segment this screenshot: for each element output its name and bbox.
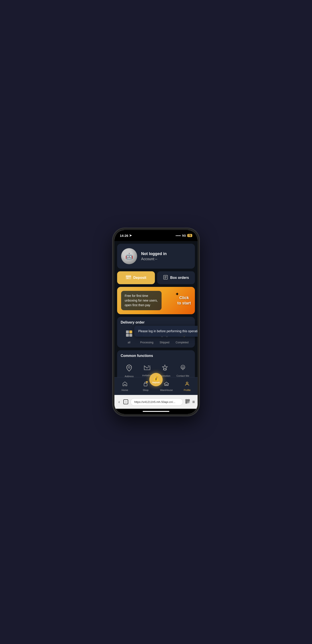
all-label: all (128, 341, 130, 344)
svg-rect-55 (188, 400, 189, 401)
avatar: 🤖 (121, 248, 137, 264)
completed-label: Completed (176, 341, 188, 344)
svg-point-29 (181, 365, 185, 369)
browser-qr-button[interactable] (185, 399, 190, 405)
nav-deposit-center[interactable]: 💰 Deposit (149, 373, 163, 386)
delivery-items: Please log in before performing this ope… (121, 328, 191, 344)
browser-bar: ‹ □ https://v41211h5.mh.50api.cn/... ≡ (114, 395, 198, 409)
tooltip-text: Please log in before performing this ope… (138, 329, 198, 333)
svg-text:%: % (164, 369, 166, 370)
promotion-icon: % (162, 364, 168, 373)
svg-rect-8 (129, 330, 132, 333)
bottom-nav: Home + Shop 💰 Deposit (114, 377, 198, 395)
nav-home-label: Home (122, 389, 128, 392)
status-indicators: ▪▪▪▪▪ 5G 73 (176, 234, 192, 237)
account-label: Account:-- (141, 257, 167, 261)
nav-warehouse-label: WareHouse (160, 389, 173, 392)
delivery-title: Delivery order (121, 320, 191, 324)
svg-text:+: + (146, 381, 147, 383)
svg-rect-57 (186, 402, 187, 403)
promo-text: Free for first time unboxing for new use… (125, 294, 158, 308)
address-icon (126, 364, 132, 373)
network-type: 5G (182, 234, 186, 237)
shop-icon: + (143, 381, 148, 388)
deposit-label: Deposit (133, 276, 146, 280)
svg-rect-46 (144, 384, 147, 386)
box-orders-icon (163, 275, 168, 281)
avatar-image: 🤖 (121, 248, 137, 264)
deposit-button[interactable]: Deposit (117, 271, 155, 284)
contact-icon (180, 364, 186, 373)
nav-shop-label: Shop (143, 389, 148, 392)
invitation-icon (144, 364, 150, 372)
profile-card[interactable]: 🤖 Not logged in Account:-- (117, 244, 195, 269)
nav-deposit-icon: 💰 (153, 376, 159, 381)
svg-rect-10 (129, 334, 132, 337)
svg-rect-58 (188, 402, 189, 402)
warehouse-icon (164, 381, 169, 388)
promo-cta: ✦ Clickto start (177, 295, 191, 306)
all-icon (124, 328, 135, 339)
browser-tabs-button[interactable]: □ (123, 400, 128, 404)
phone-frame: 14:26 ➤ ▪▪▪▪▪ 5G 73 🤖 Not logged in Acco… (113, 228, 199, 416)
login-tooltip: Please log in before performing this ope… (134, 326, 198, 337)
svg-rect-61 (189, 402, 190, 402)
nav-deposit-label: Deposit (152, 381, 160, 384)
functions-title: Common functions (121, 354, 191, 358)
notch (143, 232, 169, 239)
delivery-all[interactable]: all (124, 328, 135, 344)
login-status: Not logged in (141, 252, 167, 256)
svg-point-26 (148, 367, 149, 368)
shipped-label: Shipped (160, 341, 169, 344)
svg-point-31 (183, 366, 184, 367)
svg-rect-60 (188, 403, 189, 404)
svg-point-30 (182, 366, 183, 367)
svg-point-24 (128, 366, 130, 368)
svg-rect-9 (126, 334, 129, 337)
nav-profile-label: Profile (184, 389, 191, 392)
function-contact[interactable]: Contact We (174, 361, 192, 377)
time-display: 14:26 (120, 234, 128, 238)
browser-menu-button[interactable]: ≡ (192, 400, 195, 404)
svg-point-51 (186, 382, 188, 384)
contact-label: Contact We (176, 374, 189, 377)
star-sparkle-icon: ✦ (175, 291, 179, 297)
box-orders-label: Box orders (170, 276, 189, 280)
status-bar: 14:26 ➤ ▪▪▪▪▪ 5G 73 (114, 230, 198, 241)
action-buttons: Deposit Box orders (117, 271, 195, 284)
home-indicator (114, 409, 198, 414)
function-address[interactable]: Address (121, 361, 138, 377)
promo-banner[interactable]: Free for first time unboxing for new use… (117, 287, 195, 314)
battery-level: 73 (187, 234, 192, 237)
app-content: 🤖 Not logged in Account:-- Deposit (114, 241, 198, 377)
promo-text-area: Free for first time unboxing for new use… (121, 291, 162, 310)
profile-nav-icon (184, 381, 190, 388)
address-label: Address (125, 375, 134, 377)
nav-home[interactable]: Home (114, 381, 135, 392)
delivery-section: Delivery order Please log in before perf… (117, 317, 195, 348)
cta-text: Clickto start (177, 295, 191, 306)
browser-url-bar[interactable]: https://v41211h5.mh.50api.cn/... (130, 398, 183, 406)
svg-rect-7 (126, 330, 129, 333)
deposit-icon (126, 275, 131, 280)
location-icon: ➤ (129, 234, 132, 238)
status-time: 14:26 ➤ (120, 234, 132, 238)
home-icon (122, 381, 128, 388)
box-orders-button[interactable]: Box orders (157, 271, 195, 284)
nav-profile[interactable]: Profile (177, 381, 198, 392)
browser-back-button[interactable]: ‹ (117, 398, 121, 406)
signal-icon: ▪▪▪▪▪ (176, 234, 181, 237)
profile-info: Not logged in Account:-- (141, 252, 167, 261)
svg-rect-1 (126, 275, 131, 277)
processing-label: Processing (140, 341, 153, 344)
svg-rect-53 (186, 400, 187, 401)
home-bar (143, 411, 169, 412)
svg-rect-59 (189, 402, 190, 403)
